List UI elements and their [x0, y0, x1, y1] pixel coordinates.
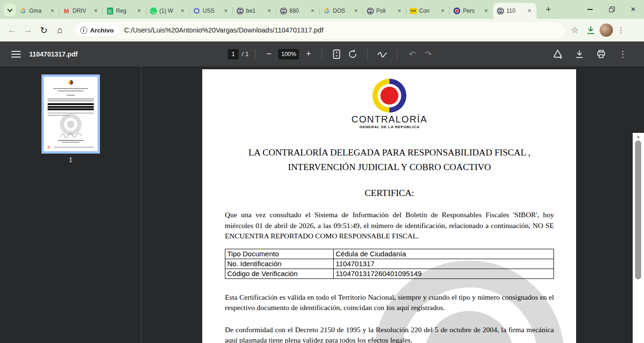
tab-680[interactable]: 680 ×	[276, 3, 320, 19]
restore-icon	[609, 8, 613, 12]
tab-label: Gma	[29, 8, 46, 14]
title-line-1: LA CONTRALORÍA DELEGADA PARA RESPONSABIL…	[225, 145, 554, 160]
paragraph-consulta: Que una vez consultado el Sistema de Inf…	[225, 210, 554, 242]
tab-policia[interactable]: Poli ×	[363, 3, 406, 19]
tab-personeria[interactable]: Pers ×	[450, 3, 493, 19]
browser-menu-button[interactable]: ⋮	[615, 26, 627, 35]
pdf-download-button[interactable]	[573, 48, 586, 61]
minimize-icon	[587, 9, 593, 10]
tab-label: Reg	[116, 8, 133, 14]
home-button[interactable]: ⌂	[52, 22, 68, 38]
page-thumbnail[interactable]	[41, 74, 100, 154]
pdf-menu-button[interactable]: ⋮	[616, 48, 629, 61]
close-icon[interactable]: ×	[265, 7, 273, 15]
save-to-drive-button[interactable]	[551, 48, 564, 61]
certifica-heading: CERTIFICA:	[225, 188, 554, 198]
annotate-button[interactable]	[376, 48, 389, 61]
whatsapp-icon	[149, 7, 157, 15]
vertical-scrollbar[interactable]: ▲ ▼	[633, 133, 644, 343]
pdf-content-area: 1 CONTRALORÍA GENERAL DE LA REPÚBLICA LA…	[0, 66, 644, 343]
tab-dos[interactable]: G DOS ×	[320, 3, 363, 19]
table-cell-label: Tipo Documento	[225, 249, 334, 259]
toolbar-right: ☆ ⋮	[568, 24, 627, 37]
tab-drive[interactable]: M DRIV ×	[59, 3, 103, 19]
tab-label: (1) W	[159, 8, 176, 14]
thumbnail-logo	[68, 80, 73, 85]
pgn-icon: PGN	[410, 8, 417, 14]
forward-button[interactable]: →	[20, 22, 36, 38]
page-number-input[interactable]: 1	[228, 49, 239, 59]
drive-add-icon	[552, 49, 563, 60]
tab-pdf-active[interactable]: 110 ×	[493, 3, 537, 19]
tab-search-button[interactable]	[4, 4, 16, 16]
close-icon[interactable]: ×	[179, 7, 186, 15]
pdf-page-controls: 1 / 1 − 100% + ↶ ↷	[228, 48, 436, 61]
close-icon[interactable]: ×	[92, 7, 99, 15]
zoom-level-input[interactable]: 100%	[278, 49, 299, 59]
zoom-out-button[interactable]: −	[262, 49, 275, 59]
profile-avatar[interactable]	[600, 24, 613, 37]
tab-gmail[interactable]: G Gma ×	[16, 3, 59, 19]
tab-procuraduria[interactable]: PGN Con ×	[406, 3, 450, 19]
logo-subtitle: GENERAL DE LA REPÚBLICA	[225, 125, 554, 129]
sheets-icon	[106, 7, 114, 15]
address-bar[interactable]: i Archivo C:/Users/Luis%20Antonio%20Varg…	[74, 22, 565, 39]
logo-title: CONTRALORÍA	[225, 114, 554, 125]
tab-uss[interactable]: USS ×	[190, 3, 233, 19]
table-row: No. Identificación 1104701317	[225, 259, 554, 269]
back-button[interactable]: ←	[4, 22, 20, 38]
undo-button: ↶	[405, 48, 419, 61]
restore-button[interactable]	[601, 0, 622, 19]
contraloria-seal-icon	[372, 79, 406, 113]
reload-button[interactable]: ↻	[36, 22, 52, 38]
table-cell-label: No. Identificación	[225, 259, 334, 269]
pdf-toolbar: 1104701317.pdf 1 / 1 − 100% + ↶	[0, 41, 644, 66]
tab-registro[interactable]: Reg ×	[103, 3, 146, 19]
tab-label: Con	[419, 8, 437, 14]
print-button[interactable]	[594, 48, 608, 61]
close-icon[interactable]: ×	[526, 7, 533, 15]
close-icon[interactable]: ×	[135, 7, 143, 15]
table-cell-label: Código de Verificación	[225, 269, 334, 278]
globe-icon	[280, 7, 287, 15]
downloads-button[interactable]	[584, 25, 598, 35]
thumbnail-footer	[48, 146, 94, 149]
file-chip[interactable]: i Archivo	[76, 24, 119, 37]
close-icon[interactable]: ×	[396, 7, 403, 15]
close-icon[interactable]: ×	[309, 7, 316, 15]
url-text[interactable]: C:/Users/Luis%20Antonio%20Vargas/Downloa…	[124, 26, 323, 34]
menu-icon[interactable]	[11, 51, 21, 57]
paragraph-validez: Esta Certificación es válida en todo el …	[225, 292, 554, 313]
close-icon[interactable]: ×	[222, 7, 230, 15]
new-tab-button[interactable]: +	[542, 4, 554, 16]
roundel-icon	[453, 7, 461, 15]
page-total-label: / 1	[242, 50, 248, 57]
tab-be1[interactable]: be1 ×	[233, 3, 276, 19]
zoom-in-button[interactable]: +	[302, 49, 315, 59]
globe-icon	[496, 7, 504, 15]
rotate-button[interactable]	[346, 48, 359, 61]
scroll-up-icon[interactable]: ▲	[633, 134, 644, 139]
paragraph-decreto: De conformidad con el Decreto 2150 de 19…	[225, 325, 554, 343]
pdf-page: CONTRALORÍA GENERAL DE LA REPÚBLICA LA C…	[202, 69, 576, 343]
table-cell-value: 1104701317	[334, 259, 554, 269]
browser-toolbar: ← → ↻ ⌂ i Archivo C:/Users/Luis%20Antoni…	[0, 19, 644, 41]
close-icon[interactable]: ×	[352, 7, 360, 15]
info-icon: i	[80, 27, 87, 34]
close-icon[interactable]: ×	[482, 7, 490, 15]
google-icon: G	[19, 7, 27, 15]
hexagon-icon	[193, 7, 200, 15]
tab-label: 110	[506, 8, 523, 14]
close-icon[interactable]: ×	[49, 7, 56, 15]
draw-squiggle-icon	[377, 49, 388, 60]
close-icon[interactable]: ×	[439, 7, 446, 15]
contraloria-logo: CONTRALORÍA GENERAL DE LA REPÚBLICA	[225, 79, 554, 129]
tab-whatsapp[interactable]: (1) W ×	[146, 3, 190, 19]
close-window-button[interactable]: ×	[622, 0, 644, 19]
tab-label: DRIV	[73, 8, 90, 14]
bookmark-star-icon[interactable]: ☆	[568, 25, 582, 35]
table-cell-value: Cédula de Ciudadanía	[334, 249, 554, 259]
fit-to-page-button[interactable]	[330, 48, 343, 61]
minimize-button[interactable]	[579, 0, 601, 19]
scrollbar-thumb[interactable]	[635, 140, 641, 279]
